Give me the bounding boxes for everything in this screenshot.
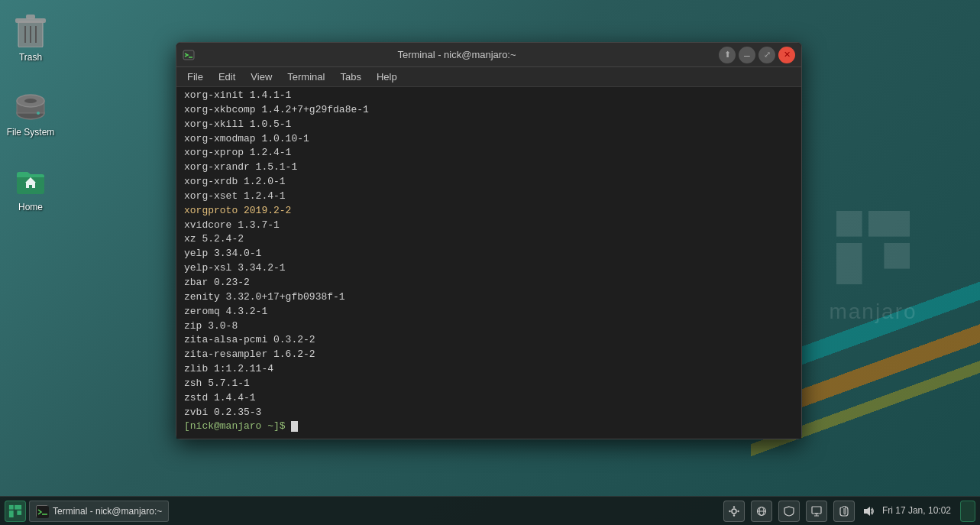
- manjaro-logo-button[interactable]: [5, 501, 26, 522]
- terminal-prompt-line: [nick@manjaro ~]$: [184, 420, 794, 434]
- close-button[interactable]: ✕: [778, 47, 795, 63]
- maximize-button[interactable]: ⤢: [758, 47, 775, 63]
- svg-rect-15: [836, 243, 862, 284]
- tray-volume-icon[interactable]: [861, 504, 876, 519]
- terminal-line: yelp-xsl 3.34.2-1: [184, 261, 794, 276]
- manjaro-watermark: manjaro: [827, 202, 919, 324]
- watermark-text: manjaro: [829, 300, 917, 324]
- svg-point-11: [37, 112, 40, 115]
- terminal-line: zbar 0.23-2: [184, 276, 794, 290]
- terminal-line: zita-resampler 1.6.2-2: [184, 348, 794, 362]
- terminal-window: Terminal - nick@manjaro:~ ⬆ – ⤢ ✕ File E…: [176, 42, 802, 439]
- titlebar-controls: ⬆ – ⤢ ✕: [719, 47, 795, 63]
- menu-help[interactable]: Help: [369, 70, 405, 84]
- taskbar-clock: Fri 17 Jan, 10:02: [882, 504, 954, 517]
- terminal-line: zenity 3.32.0+17+gfb0938f-1: [184, 290, 794, 305]
- terminal-body: xorg-xinit 1.4.1-1xorg-xkbcomp 1.4.2+7+g…: [176, 87, 801, 439]
- svg-point-26: [732, 509, 736, 514]
- terminal-line: xorg-xmodmap 1.0.10-1: [184, 132, 794, 147]
- filesystem-icon-item[interactable]: File System: [0, 83, 61, 142]
- terminal-output[interactable]: xorg-xinit 1.4.1-1xorg-xkbcomp 1.4.2+7+g…: [176, 87, 801, 439]
- menu-terminal[interactable]: Terminal: [280, 70, 332, 84]
- svg-marker-38: [864, 507, 870, 516]
- svg-point-10: [24, 99, 37, 103]
- home-icon: [12, 162, 49, 199]
- tray-display-button[interactable]: [806, 501, 827, 522]
- svg-rect-17: [884, 243, 910, 269]
- terminal-line: zip 3.0-8: [184, 319, 794, 334]
- svg-rect-24: [37, 506, 49, 518]
- svg-rect-16: [868, 211, 910, 237]
- terminal-line: xorg-xset 1.2.4-1: [184, 190, 794, 204]
- terminal-line: xorg-xkill 1.0.5-1: [184, 118, 794, 132]
- tray-clip-button[interactable]: [833, 501, 855, 522]
- menu-view[interactable]: View: [243, 70, 280, 84]
- show-desktop-button[interactable]: [960, 501, 975, 522]
- tray-settings-button[interactable]: [723, 501, 745, 522]
- svg-rect-20: [9, 504, 14, 509]
- trash-label: Trash: [19, 52, 42, 63]
- clock-date: Fri 17 Jan, 10:02: [882, 504, 951, 517]
- svg-point-28: [733, 514, 735, 516]
- filesystem-label: File System: [7, 127, 55, 138]
- terminal-line: xorg-xinit 1.4.1-1: [184, 89, 794, 103]
- minimize-button[interactable]: –: [739, 47, 755, 63]
- desktop: Trash File System: [0, 0, 980, 525]
- taskbar: Terminal - nick@manjaro:~: [0, 496, 980, 525]
- taskbar-terminal-app[interactable]: Terminal - nick@manjaro:~: [29, 501, 169, 522]
- cursor: [291, 421, 298, 432]
- tray-network-button[interactable]: [751, 501, 772, 522]
- trash-icon-item[interactable]: Trash: [0, 8, 61, 67]
- terminal-line: xvidcore 1.3.7-1: [184, 219, 794, 233]
- taskbar-terminal-label: Terminal - nick@manjaro:~: [53, 506, 162, 517]
- svg-rect-34: [812, 507, 821, 514]
- terminal-titlebar: Terminal - nick@manjaro:~ ⬆ – ⤢ ✕: [176, 43, 801, 67]
- terminal-title: Terminal - nick@manjaro:~: [195, 49, 719, 60]
- tray-shield-button[interactable]: [778, 501, 800, 522]
- menu-tabs[interactable]: Tabs: [332, 70, 368, 84]
- taskbar-terminal-icon: [36, 505, 48, 517]
- terminal-line: zita-alsa-pcmi 0.3.2-2: [184, 333, 794, 348]
- terminal-menubar: File Edit View Terminal Tabs Help: [176, 67, 801, 87]
- svg-point-27: [733, 506, 735, 507]
- menu-file[interactable]: File: [180, 70, 211, 84]
- svg-rect-14: [836, 211, 862, 237]
- home-icon-item[interactable]: Home: [0, 157, 61, 217]
- svg-rect-21: [9, 510, 14, 517]
- filesystem-icon: [12, 87, 49, 124]
- terminal-line: zlib 1:1.2.11-4: [184, 362, 794, 377]
- desktop-icon-area: Trash File System: [0, 0, 61, 225]
- trash-icon: [12, 12, 49, 49]
- terminal-line: yelp 3.34.0-1: [184, 247, 794, 261]
- home-label: Home: [18, 202, 43, 212]
- terminal-line: xorg-xrandr 1.5.1-1: [184, 160, 794, 175]
- svg-point-30: [737, 510, 739, 511]
- terminal-line: xz 5.2.4-2: [184, 232, 794, 247]
- terminal-line: xorg-xprop 1.2.4-1: [184, 146, 794, 160]
- menu-edit[interactable]: Edit: [211, 70, 243, 84]
- terminal-line: zeromq 4.3.2-1: [184, 305, 794, 319]
- terminal-line: xorg-xkbcomp 1.4.2+7+g29fda8e-1: [184, 103, 794, 118]
- svg-rect-6: [26, 15, 35, 19]
- svg-rect-22: [15, 504, 21, 509]
- terminal-line: zvbi 0.2.35-3: [184, 406, 794, 420]
- prompt-text: [nick@manjaro ~]$: [184, 420, 291, 432]
- terminal-line: xorgproto 2019.2-2: [184, 204, 794, 219]
- terminal-line: zstd 1.4.4-1: [184, 391, 794, 406]
- taskbar-tray: Fri 17 Jan, 10:02: [723, 501, 975, 522]
- terminal-line: xorg-xrdb 1.2.0-1: [184, 175, 794, 190]
- titlebar-left: [183, 49, 195, 61]
- attach-button[interactable]: ⬆: [719, 47, 736, 63]
- svg-rect-23: [17, 510, 21, 515]
- terminal-line: zsh 5.7.1-1: [184, 377, 794, 391]
- svg-point-29: [729, 510, 730, 511]
